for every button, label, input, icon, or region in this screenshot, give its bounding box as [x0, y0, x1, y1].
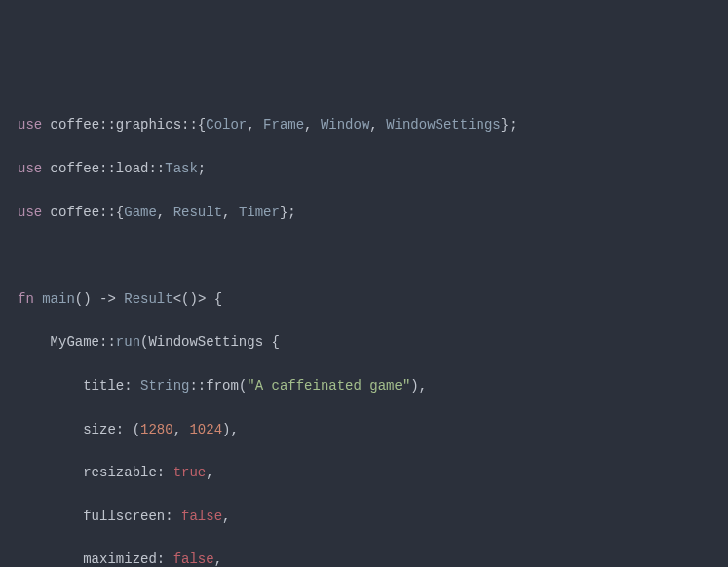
code-line: fn main() -> Result<()> { [0, 288, 728, 310]
code-line [0, 245, 728, 266]
punct: , [222, 205, 239, 220]
code-line: use coffee::{Game, Result, Timer}; [0, 202, 728, 223]
code-line: MyGame::run(WindowSettings { [0, 331, 728, 353]
keyword: use [18, 117, 42, 132]
punct: ), [410, 378, 427, 394]
code-line: use coffee::graphics::{Color, Frame, Win… [0, 114, 728, 135]
bool: true [173, 465, 207, 480]
punct: , [222, 509, 230, 524]
method: run [116, 334, 140, 350]
punct: ::from( [189, 378, 247, 394]
code-line: maximized: false, [0, 548, 728, 567]
path: coffee::load:: [42, 161, 165, 176]
field: title: [83, 378, 132, 394]
path: coffee::{ [42, 205, 124, 220]
punct: , [157, 205, 173, 220]
punct: , [206, 465, 213, 480]
code-line: title: String::from("A caffeinated game"… [0, 375, 728, 397]
type: Color [206, 117, 247, 132]
punct: }; [501, 117, 517, 132]
number: 1280 [140, 422, 173, 437]
type: Game [124, 205, 157, 220]
bool: false [181, 509, 222, 524]
punct: , [247, 117, 263, 132]
punct: , [304, 117, 321, 132]
field: fullscreen: [83, 509, 172, 524]
type: WindowSettings [386, 117, 501, 132]
type: String [140, 378, 189, 394]
code-line: resizable: true, [0, 462, 728, 483]
field: resizable: [83, 465, 165, 480]
keyword: fn [18, 291, 34, 307]
type: Task [165, 161, 198, 176]
code-block: use coffee::graphics::{Color, Frame, Win… [0, 93, 728, 567]
punct: }; [280, 205, 296, 220]
keyword: use [18, 205, 42, 220]
punct: , [369, 117, 386, 132]
punct: <()> { [173, 291, 222, 307]
path: MyGame:: [51, 334, 116, 350]
bool: false [173, 551, 214, 567]
type: Timer [239, 205, 280, 220]
function: main [42, 291, 75, 307]
keyword: use [18, 161, 42, 176]
code-line: use coffee::load::Task; [0, 158, 728, 179]
code-line: size: (1280, 1024), [0, 419, 728, 440]
punct: , [214, 551, 222, 567]
type: Result [124, 291, 172, 307]
punct: () -> [75, 291, 124, 307]
path: coffee::graphics::{ [42, 117, 206, 132]
punct: ; [198, 161, 206, 176]
punct: ), [222, 422, 239, 437]
type: Window [321, 117, 369, 132]
type: Result [173, 205, 222, 220]
number: 1024 [189, 422, 222, 437]
field: size: [83, 422, 124, 437]
type: Frame [263, 117, 304, 132]
punct: (WindowSettings { [140, 334, 280, 350]
string: "A caffeinated game" [247, 378, 410, 394]
field: maximized: [83, 551, 165, 567]
code-line: fullscreen: false, [0, 506, 728, 527]
